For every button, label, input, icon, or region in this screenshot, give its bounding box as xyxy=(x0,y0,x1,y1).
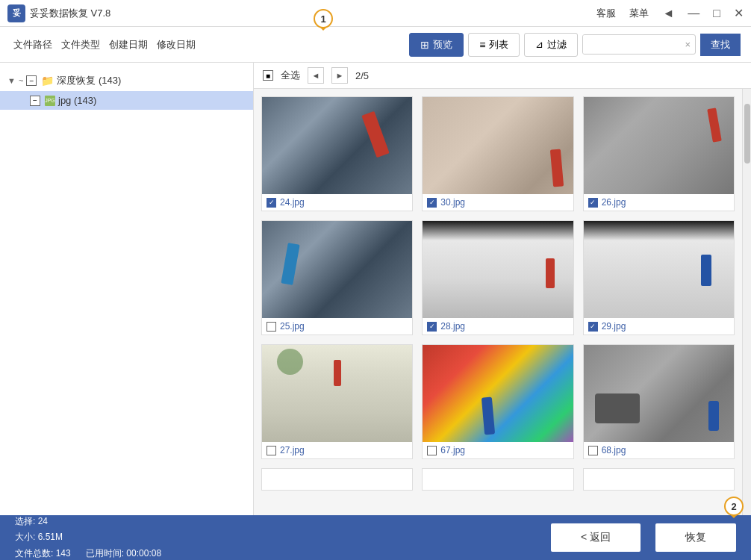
scrollbar-track[interactable] xyxy=(742,89,751,515)
image-label-1: ✓ 30.jpg xyxy=(423,194,573,211)
toolbar: 1 文件路径 文件类型 创建日期 修改日期 ⊞ 预览 ≡ 列表 ⊿ 过滤 × 查… xyxy=(0,27,751,63)
tree-root-item[interactable]: ▼ ~ − 📁 深度恢复 (143) xyxy=(0,70,253,91)
list-icon: ≡ xyxy=(479,39,485,51)
grid-toolbar: ■ 全选 ◄ ► 2/5 xyxy=(254,63,751,89)
image-label-6: 27.jpg xyxy=(262,442,412,458)
image-filename-1[interactable]: 30.jpg xyxy=(440,197,465,208)
image-checkbox-1[interactable]: ✓ xyxy=(427,198,437,208)
status-select: 选择: 24 xyxy=(15,514,536,530)
grid-content: ✓ 24.jpg ✓ 30.jpg xyxy=(254,89,742,515)
list-view-button[interactable]: ≡ 列表 xyxy=(468,33,520,57)
tree-root-checkbox[interactable]: − xyxy=(26,75,37,86)
partial-cell-2 xyxy=(583,468,735,491)
modify-date-link[interactable]: 修改日期 xyxy=(154,37,199,53)
close-button[interactable]: ✕ xyxy=(734,7,744,19)
search-clear-icon[interactable]: × xyxy=(680,35,695,54)
image-filename-6[interactable]: 27.jpg xyxy=(280,445,305,455)
partial-cell-1 xyxy=(422,468,573,491)
image-label-4: ✓ 28.jpg xyxy=(423,318,573,335)
image-cell-8[interactable]: 68.jpg xyxy=(583,344,735,459)
image-filename-5[interactable]: 29.jpg xyxy=(602,321,626,332)
scrollbar-thumb[interactable] xyxy=(744,104,750,164)
image-cell-7[interactable]: 67.jpg xyxy=(422,344,573,459)
image-filename-3[interactable]: 25.jpg xyxy=(280,321,305,332)
partial-cell-0 xyxy=(261,468,413,491)
search-box: × xyxy=(582,34,696,55)
tree-collapse-icon[interactable]: ▼ xyxy=(7,76,16,85)
image-label-2: ✓ 26.jpg xyxy=(584,194,734,211)
tree-child-label: jpg (143) xyxy=(58,95,96,106)
image-label-8: 68.jpg xyxy=(584,442,734,458)
recover-button[interactable]: 恢复 xyxy=(655,523,736,552)
search-input[interactable] xyxy=(583,35,680,54)
filter-icon: ⊿ xyxy=(535,39,543,50)
file-tree: ▼ ~ − 📁 深度恢复 (143) − JPG jpg (143) xyxy=(0,63,253,117)
search-button[interactable]: 查找 xyxy=(700,34,741,56)
image-cell-1[interactable]: ✓ 30.jpg xyxy=(422,96,573,211)
image-filename-0[interactable]: 24.jpg xyxy=(280,197,305,208)
image-thumb-8 xyxy=(584,345,734,442)
page-info: 2/5 xyxy=(355,70,369,81)
tree-dash-icon: ~ xyxy=(19,76,23,85)
menu-link[interactable]: 菜单 xyxy=(629,7,649,20)
create-date-link[interactable]: 创建日期 xyxy=(106,37,151,53)
image-label-5: ✓ 29.jpg xyxy=(584,318,734,335)
image-cell-2[interactable]: ✓ 26.jpg xyxy=(583,96,735,211)
customer-service-link[interactable]: 客服 xyxy=(596,7,616,20)
image-checkbox-0[interactable]: ✓ xyxy=(267,198,276,208)
image-checkbox-6[interactable] xyxy=(267,446,276,455)
page-prev-button[interactable]: ◄ xyxy=(308,67,324,84)
status-time: 已用时间: 00:00:08 xyxy=(86,546,161,560)
image-cell-0[interactable]: ✓ 24.jpg xyxy=(261,96,413,211)
image-thumb-7 xyxy=(423,345,573,442)
image-checkbox-3[interactable] xyxy=(267,322,276,332)
tree-root-label: 深度恢复 (143) xyxy=(57,74,121,87)
image-filename-7[interactable]: 67.jpg xyxy=(440,445,465,455)
image-thumb-1 xyxy=(423,97,573,194)
status-count: 文件总数: 143 xyxy=(15,546,71,560)
sidebar: ▼ ~ − 📁 深度恢复 (143) − JPG jpg (143) xyxy=(0,63,254,515)
tree-child-item[interactable]: − JPG jpg (143) xyxy=(0,91,253,110)
page-next-button[interactable]: ► xyxy=(331,67,348,84)
image-checkbox-8[interactable] xyxy=(588,446,598,455)
image-filename-2[interactable]: 26.jpg xyxy=(602,197,626,208)
file-type-link[interactable]: 文件类型 xyxy=(58,37,103,53)
status-info: 选择: 24 大小: 6.51M 文件总数: 143 已用时间: 00:00:0… xyxy=(15,514,536,560)
image-checkbox-4[interactable]: ✓ xyxy=(427,322,437,332)
menu-arrow-icon[interactable]: ◄ xyxy=(662,7,674,19)
file-path-link[interactable]: 文件路径 xyxy=(10,37,55,53)
image-cell-6[interactable]: 27.jpg xyxy=(261,344,413,459)
callout2-wrapper: 2 恢复 xyxy=(655,523,736,552)
image-thumb-0 xyxy=(262,97,412,194)
callout-2: 2 xyxy=(724,497,744,516)
back-button[interactable]: < 返回 xyxy=(551,523,641,552)
image-thumb-6 xyxy=(262,345,412,442)
filter-button[interactable]: ⊿ 过滤 xyxy=(524,33,578,57)
main-area: ▼ ~ − 📁 深度恢复 (143) − JPG jpg (143) xyxy=(0,63,751,515)
image-label-3: 25.jpg xyxy=(262,318,412,335)
toolbar-nav: 文件路径 文件类型 创建日期 修改日期 xyxy=(10,37,199,53)
image-label-7: 67.jpg xyxy=(423,442,573,458)
image-filename-4[interactable]: 28.jpg xyxy=(440,321,465,332)
image-thumb-5 xyxy=(584,221,734,318)
image-checkbox-7[interactable] xyxy=(427,446,437,455)
statusbar: 选择: 24 大小: 6.51M 文件总数: 143 已用时间: 00:00:0… xyxy=(0,515,751,560)
window-controls: 客服 菜单 ◄ — □ ✕ xyxy=(596,7,744,20)
tree-folder-icon: 📁 xyxy=(41,75,54,87)
image-filename-8[interactable]: 68.jpg xyxy=(602,445,626,455)
image-checkbox-2[interactable]: ✓ xyxy=(588,198,598,208)
minimize-button[interactable]: — xyxy=(688,7,699,19)
maximize-button[interactable]: □ xyxy=(713,7,720,19)
image-checkbox-5[interactable]: ✓ xyxy=(588,322,598,332)
select-all-label[interactable]: 全选 xyxy=(281,69,300,82)
titlebar: 妥 妥妥数据恢复 V7.8 客服 菜单 ◄ — □ ✕ xyxy=(0,0,751,27)
preview-view-button[interactable]: ⊞ 预览 xyxy=(409,33,464,57)
image-label-0: ✓ 24.jpg xyxy=(262,194,412,211)
image-cell-4[interactable]: ✓ 28.jpg xyxy=(422,220,573,335)
image-cell-3[interactable]: 25.jpg xyxy=(261,220,413,335)
select-all-checkbox[interactable]: ■ xyxy=(263,70,273,81)
app-logo: 妥 xyxy=(7,4,25,22)
image-cell-5[interactable]: ✓ 29.jpg xyxy=(583,220,735,335)
tree-child-checkbox[interactable]: − xyxy=(30,96,40,106)
image-grid: ✓ 24.jpg ✓ 30.jpg xyxy=(261,96,735,459)
